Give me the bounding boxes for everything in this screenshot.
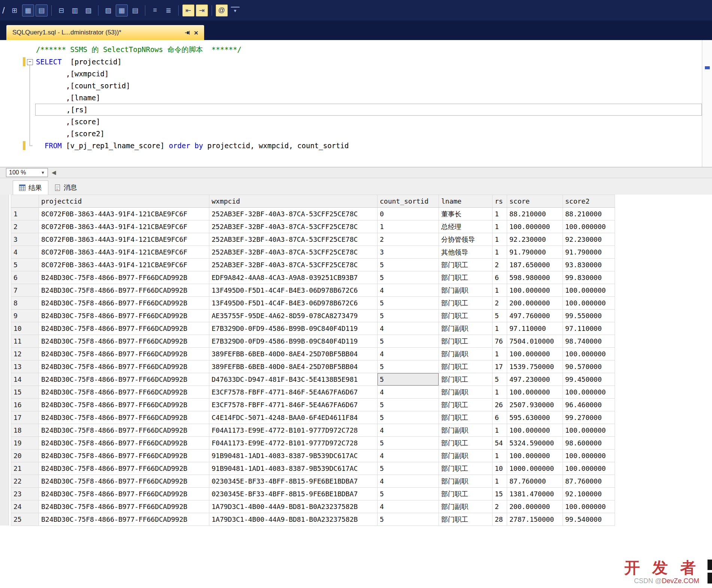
grid-cell[interactable]: B24BD30C-75F8-4866-B977-FF66DCAD992B (39, 475, 209, 488)
grid-cell[interactable]: 252AB3EF-32BF-40A3-87CA-53CFF25CE78C (209, 259, 378, 271)
row-number-cell[interactable]: 14 (11, 373, 39, 386)
grid-cell[interactable]: 13F495D0-F5D1-4C4F-B4E3-06D978B672C6 (209, 284, 378, 297)
grid-cell[interactable]: 1 (493, 220, 507, 233)
grid-cell[interactable]: 1 (493, 322, 507, 335)
grid-cell[interactable]: 100.000000 (507, 348, 563, 360)
grid-cell[interactable]: 0 (378, 208, 439, 220)
grid-cell[interactable]: 部门职工 (439, 437, 493, 450)
grid-cell[interactable]: 200.000000 (507, 500, 563, 513)
grid-cell[interactable]: 8C072F0B-3863-44A3-91F4-121CBAE9FC6F (39, 233, 209, 246)
grid-cell[interactable]: 1 (493, 284, 507, 297)
grid-cell[interactable]: 5 (378, 488, 439, 500)
grid-cell[interactable]: 部门副职 (439, 284, 493, 297)
grid-cell[interactable]: AE35755F-95DE-4A62-8D59-078CA8273479 (209, 310, 378, 322)
split-pane-icon[interactable]: ▥ (69, 4, 81, 16)
grid-cell[interactable]: 部门职工 (439, 335, 493, 348)
code-line[interactable]: ,[wxmpcid] (0, 68, 702, 80)
close-icon[interactable]: × (193, 29, 200, 36)
row-number-cell[interactable]: 2 (11, 220, 39, 233)
grid-cell[interactable]: B24BD30C-75F8-4866-B977-FF66DCAD992B (39, 437, 209, 450)
grid-cell[interactable]: B24BD30C-75F8-4866-B977-FF66DCAD992B (39, 399, 209, 411)
grid-cell[interactable]: 5 (378, 335, 439, 348)
grid-cell[interactable]: 2 (493, 297, 507, 310)
row-number-cell[interactable]: 19 (11, 437, 39, 450)
grid-cell[interactable]: 100.000000 (507, 450, 563, 462)
grid-cell[interactable]: 其他领导 (439, 246, 493, 259)
grid-cell[interactable]: 1 (493, 246, 507, 259)
decrease-indent-icon[interactable]: ⇤ (182, 4, 194, 16)
grid-cell[interactable]: 595.630000 (507, 411, 563, 424)
grid-cell[interactable]: 部门职工 (439, 360, 493, 373)
window-layout-icon[interactable]: ▦ (22, 4, 34, 16)
grid-cell[interactable]: 88.210000 (563, 208, 615, 220)
grid-cell[interactable]: 部门副职 (439, 348, 493, 360)
grid-cell[interactable]: 5 (378, 271, 439, 284)
grid-cell[interactable]: 2 (493, 259, 507, 271)
grid-cell[interactable]: 91.790000 (507, 246, 563, 259)
grid-cell[interactable]: 93.830000 (563, 259, 615, 271)
grid-cell[interactable]: B24BD30C-75F8-4866-B977-FF66DCAD992B (39, 310, 209, 322)
grid-cell[interactable]: 1A79D3C1-4B00-44A9-BD81-B0A23237582B (209, 513, 378, 526)
grid-cell[interactable]: 17 (493, 360, 507, 373)
grid-cell[interactable]: 5 (378, 411, 439, 424)
grid-cell[interactable]: E7B329D0-0FD9-4586-B99B-09C840F4D119 (209, 335, 378, 348)
scroll-left-icon[interactable]: ◀ (52, 169, 56, 176)
grid-cell[interactable]: 100.000000 (563, 450, 615, 462)
grid-cell[interactable]: 91B90481-1AD1-4083-8387-9B539DC617AC (209, 450, 378, 462)
row-number-cell[interactable]: 17 (11, 411, 39, 424)
grid-cell[interactable]: E3CF7578-FBFF-4771-846F-5E4A67FA6D67 (209, 386, 378, 399)
grid-cell[interactable]: 497.230000 (507, 373, 563, 386)
grid-cell[interactable]: 分协管领导 (439, 233, 493, 246)
row-number-cell[interactable]: 15 (11, 386, 39, 399)
grid-cell[interactable]: 92.230000 (507, 233, 563, 246)
document-outline-icon[interactable]: ▤ (36, 4, 48, 16)
grid-cell[interactable]: 99.540000 (563, 513, 615, 526)
grid-cell[interactable]: 98.740000 (563, 335, 615, 348)
results-pane-icon[interactable]: ▨ (102, 4, 114, 16)
grid-cell[interactable]: 100.000000 (563, 284, 615, 297)
grid-cell[interactable]: B24BD30C-75F8-4866-B977-FF66DCAD992B (39, 500, 209, 513)
row-number-cell[interactable]: 24 (11, 500, 39, 513)
grid-cell[interactable]: 1 (493, 233, 507, 246)
code-line[interactable]: ,[score] (0, 116, 702, 128)
zoom-select[interactable]: 100 % ▼ (6, 168, 48, 177)
grid-cell[interactable]: 部门职工 (439, 373, 493, 386)
grid-cell[interactable]: 87.760000 (507, 475, 563, 488)
grid-cell[interactable]: 96.460000 (563, 399, 615, 411)
row-number-cell[interactable]: 18 (11, 424, 39, 437)
grid-cell[interactable]: 100.000000 (563, 462, 615, 475)
grid-cell[interactable]: 389FEFBB-6BEB-40D0-8AE4-25D70BF5BB04 (209, 360, 378, 373)
grid-cell[interactable]: 部门副职 (439, 475, 493, 488)
grid-cell[interactable]: B24BD30C-75F8-4866-B977-FF66DCAD992B (39, 488, 209, 500)
export-table-icon[interactable]: ▧ (82, 4, 94, 16)
comment-lines-icon[interactable]: ≡ (149, 4, 161, 16)
grid-cell[interactable]: 4 (378, 450, 439, 462)
grid-cell[interactable]: 部门副职 (439, 322, 493, 335)
grid-cell[interactable]: 88.210000 (507, 208, 563, 220)
grid-cell[interactable]: B24BD30C-75F8-4866-B977-FF66DCAD992B (39, 462, 209, 475)
results-file-icon[interactable]: ▤ (129, 4, 141, 16)
grid-cell[interactable]: 91B90481-1AD1-4083-8387-9B539DC617AC (209, 462, 378, 475)
grid-cell[interactable]: 5 (378, 513, 439, 526)
grid-cell[interactable]: 0230345E-BF33-4BFF-8B15-9FE6BE1BDBA7 (209, 488, 378, 500)
grid-cell[interactable]: 1A79D3C1-4B00-44A9-BD81-B0A23237582B (209, 500, 378, 513)
grid-cell[interactable]: 部门职工 (439, 411, 493, 424)
toolbar-overflow-icon[interactable]: ▾ (231, 7, 240, 14)
grid-cell[interactable]: 100.000000 (507, 386, 563, 399)
code-line[interactable]: ,[count_sortid] (0, 80, 702, 92)
grid-cell[interactable]: 10 (493, 462, 507, 475)
grid-cell[interactable]: 8C072F0B-3863-44A3-91F4-121CBAE9FC6F (39, 220, 209, 233)
grid-cell[interactable]: 部门副职 (439, 386, 493, 399)
grid-cell[interactable]: E7B329D0-0FD9-4586-B99B-09C840F4D119 (209, 322, 378, 335)
schema-grid-icon[interactable]: ⊞ (9, 4, 21, 16)
column-header-lname[interactable]: lname (439, 195, 493, 208)
row-number-cell[interactable]: 7 (11, 284, 39, 297)
grid-cell[interactable]: 部门副职 (439, 500, 493, 513)
grid-cell[interactable]: 87.760000 (563, 475, 615, 488)
row-number-cell[interactable]: 6 (11, 271, 39, 284)
row-number-cell[interactable]: 16 (11, 399, 39, 411)
collapse-toggle-icon[interactable] (25, 56, 35, 68)
grid-cell[interactable]: 2 (493, 500, 507, 513)
grid-cell[interactable]: 92.100000 (563, 488, 615, 500)
grid-cell[interactable]: 部门职工 (439, 271, 493, 284)
